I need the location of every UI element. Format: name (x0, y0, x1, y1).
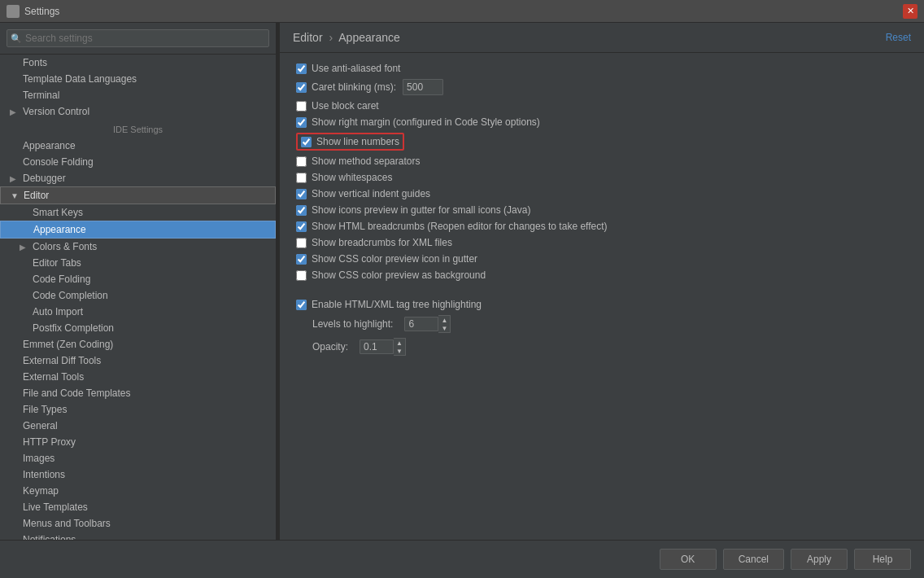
sidebar-item-emmet[interactable]: Emmet (Zen Coding) (0, 336, 276, 352)
sidebar-item-editor-appearance[interactable]: Appearance (0, 221, 276, 239)
option-label: Show CSS color preview as background (312, 269, 486, 281)
sidebar-item-label: Code Folding (33, 274, 90, 285)
option-icons-preview: Show icons preview in gutter for small i… (296, 204, 908, 216)
caret-blinking-input[interactable] (403, 79, 443, 95)
sidebar-item-template-data-languages[interactable]: Template Data Languages (0, 71, 276, 87)
option-method-separators: Show method separators (296, 155, 908, 167)
option-whitespaces: Show whitespaces (296, 172, 908, 183)
sidebar-item-auto-import[interactable]: Auto Import (0, 304, 276, 320)
checkbox-whitespaces[interactable] (296, 173, 307, 183)
levels-spinner: ▲ ▼ (404, 315, 451, 333)
checkbox-method-separators[interactable] (296, 156, 307, 167)
search-input[interactable] (7, 29, 269, 47)
sidebar-item-external-tools[interactable]: External Tools (0, 369, 276, 385)
levels-decrement-button[interactable]: ▼ (438, 324, 450, 332)
sidebar-item-fonts[interactable]: Fonts (0, 55, 276, 71)
levels-input[interactable] (404, 317, 438, 331)
option-label: Show vertical indent guides (312, 188, 430, 199)
breadcrumb: Editor › Appearance (293, 31, 400, 44)
sidebar-item-general[interactable]: General (0, 418, 276, 434)
option-html-breadcrumbs: Show HTML breadcrumbs (Reopen editor for… (296, 221, 908, 232)
checkbox-css-color-bg[interactable] (296, 270, 307, 281)
option-label: Use block caret (312, 100, 379, 112)
option-enable-tag-tree: Enable HTML/XML tag tree highlighting (296, 299, 908, 310)
sub-option-opacity: Opacity: ▲ ▼ (296, 338, 908, 356)
sidebar-item-label: Keymap (23, 485, 59, 497)
sidebar-item-smart-keys[interactable]: Smart Keys (0, 204, 276, 221)
checkbox-show-line-numbers[interactable] (301, 137, 312, 147)
close-button[interactable]: ✕ (903, 4, 917, 19)
option-breadcrumbs-xml: Show breadcrumbs for XML files (296, 237, 908, 248)
tag-section: Enable HTML/XML tag tree highlighting Le… (296, 299, 908, 356)
reset-button[interactable]: Reset (886, 32, 911, 43)
sidebar-item-debugger[interactable]: ▶ Debugger (0, 170, 276, 186)
sidebar-item-label: General (23, 420, 58, 431)
option-vertical-indent: Show vertical indent guides (296, 188, 908, 199)
checkbox-icons-preview[interactable] (296, 205, 307, 216)
checkbox-caret-blinking[interactable] (296, 82, 307, 93)
sidebar-item-postfix-completion[interactable]: Postfix Completion (0, 320, 276, 336)
option-label: Show CSS color preview icon in gutter (312, 253, 477, 265)
panel-header: Editor › Appearance Reset (280, 23, 924, 53)
app-icon (7, 5, 20, 18)
sidebar-item-label: File Types (23, 404, 67, 415)
option-label: Enable HTML/XML tag tree highlighting (312, 299, 482, 310)
sidebar-item-file-types[interactable]: File Types (0, 401, 276, 418)
sidebar-item-console-folding[interactable]: Console Folding (0, 154, 276, 170)
opacity-input[interactable] (360, 339, 394, 354)
levels-spinner-buttons: ▲ ▼ (438, 315, 451, 333)
sidebar-item-file-code-templates[interactable]: File and Code Templates (0, 385, 276, 401)
checkbox-enable-tag-tree[interactable] (296, 300, 307, 310)
sidebar-item-label: Debugger (23, 173, 66, 184)
help-button[interactable]: Help (854, 549, 911, 570)
sidebar-item-label: External Diff Tools (23, 355, 101, 366)
sidebar-item-editor-tabs[interactable]: Editor Tabs (0, 255, 276, 271)
option-css-color-icon: Show CSS color preview icon in gutter (296, 253, 908, 265)
checkbox-css-color-icon[interactable] (296, 254, 307, 265)
checkbox-vertical-indent[interactable] (296, 189, 307, 199)
apply-button[interactable]: Apply (791, 549, 848, 570)
opacity-label: Opacity: (312, 341, 348, 352)
checkbox-anti-aliased-font[interactable] (296, 63, 307, 74)
sidebar-item-code-completion[interactable]: Code Completion (0, 287, 276, 304)
checkbox-right-margin[interactable] (296, 117, 307, 128)
sidebar-item-live-templates[interactable]: Live Templates (0, 499, 276, 515)
sidebar-item-external-diff-tools[interactable]: External Diff Tools (0, 352, 276, 369)
sidebar-item-keymap[interactable]: Keymap (0, 483, 276, 499)
bottom-bar: OK Cancel Apply Help (0, 540, 924, 578)
sidebar-item-terminal[interactable]: Terminal (0, 87, 276, 103)
opacity-decrement-button[interactable]: ▼ (394, 347, 405, 355)
sidebar-item-http-proxy[interactable]: HTTP Proxy (0, 434, 276, 450)
expand-icon: ▶ (20, 243, 29, 252)
sidebar-item-colors-fonts[interactable]: ▶ Colors & Fonts (0, 239, 276, 255)
checkbox-html-breadcrumbs[interactable] (296, 221, 307, 232)
levels-increment-button[interactable]: ▲ (438, 316, 450, 324)
sidebar-item-label: Fonts (23, 57, 47, 68)
sidebar-item-version-control[interactable]: ▶ Version Control (0, 103, 276, 120)
sidebar-item-intentions[interactable]: Intentions (0, 466, 276, 483)
sidebar-item-label: Live Templates (23, 501, 88, 513)
checkbox-breadcrumbs-xml[interactable] (296, 238, 307, 248)
option-label: Show HTML breadcrumbs (Reopen editor for… (312, 221, 608, 232)
sub-option-levels: Levels to highlight: ▲ ▼ (296, 315, 908, 333)
breadcrumb-current: Appearance (338, 31, 400, 44)
sidebar-item-label: Smart Keys (33, 207, 83, 218)
opacity-increment-button[interactable]: ▲ (394, 339, 405, 347)
checkbox-block-caret[interactable] (296, 101, 307, 112)
option-label: Show line numbers (316, 136, 399, 147)
sidebar-item-menus-toolbars[interactable]: Menus and Toolbars (0, 515, 276, 532)
sidebar-item-label: Postfix Completion (33, 322, 114, 334)
option-label: Show method separators (312, 155, 420, 167)
cancel-button[interactable]: Cancel (723, 549, 784, 570)
search-icon: 🔍 (11, 33, 22, 44)
sidebar-item-label: Editor (24, 190, 49, 201)
sidebar-item-images[interactable]: Images (0, 450, 276, 466)
sidebar-item-code-folding[interactable]: Code Folding (0, 271, 276, 287)
option-label: Show whitespaces (312, 172, 392, 183)
sidebar-item-label: Code Completion (33, 290, 108, 301)
sidebar-item-editor[interactable]: ▼ Editor (0, 186, 276, 204)
ide-settings-header: IDE Settings (0, 120, 276, 138)
sidebar-item-appearance[interactable]: Appearance (0, 138, 276, 154)
sidebar-item-notifications[interactable]: Notifications (0, 532, 276, 540)
ok-button[interactable]: OK (660, 549, 717, 570)
